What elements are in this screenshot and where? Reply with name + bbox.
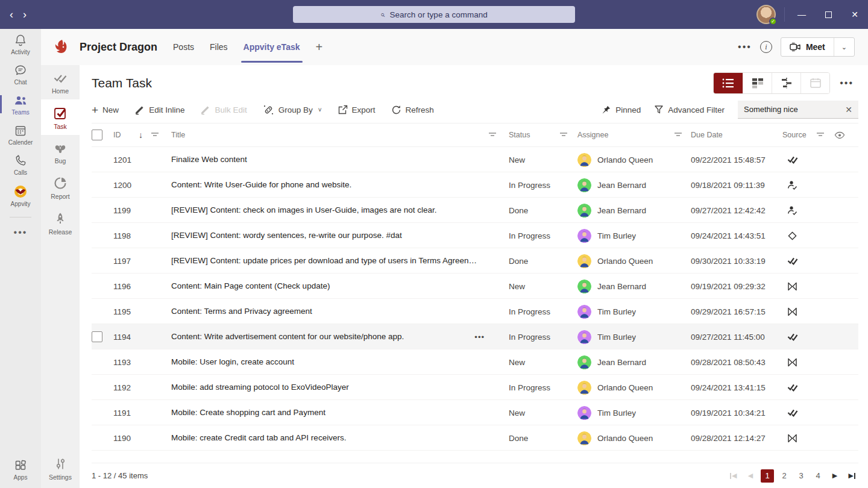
sidebar-item-bug[interactable]: Bug [41, 135, 80, 169]
select-all-checkbox[interactable] [92, 130, 102, 140]
task-title-cell[interactable]: Mobile: create Credit card tab and API r… [171, 425, 488, 451]
back-icon[interactable]: ‹ [10, 9, 13, 20]
info-icon[interactable]: i [760, 41, 772, 53]
filter-icon-duedate[interactable] [674, 132, 682, 138]
table-row[interactable]: 1195Content: Terms and Privacy agreement… [92, 299, 858, 324]
rail-item-calls[interactable]: Calls [0, 149, 41, 180]
bulk-edit-button[interactable]: Bulk Edit [200, 105, 247, 115]
task-title-cell[interactable]: Content: Write advertisement content for… [171, 324, 488, 349]
refresh-button[interactable]: Refresh [391, 105, 434, 115]
rail-item-appvity[interactable]: Appvity [0, 180, 41, 211]
tab-posts[interactable]: Posts [173, 29, 194, 65]
column-header-duedate[interactable]: Due Date [691, 131, 782, 139]
timeline-view-button[interactable] [772, 73, 800, 93]
tab-files[interactable]: Files [210, 29, 228, 65]
task-title-cell[interactable]: Content: Terms and Privacy agreement••• [171, 299, 488, 324]
table-row[interactable]: 1201Finalize Web content•••NewOrlando Qu… [92, 147, 858, 172]
edit-inline-button[interactable]: Edit Inline [134, 105, 184, 115]
filter-icon-assignee[interactable] [559, 132, 568, 138]
column-header-status[interactable]: Status [509, 131, 559, 139]
column-header-id[interactable]: ID [113, 131, 139, 139]
task-title-cell[interactable]: [REVIEW] Content: check on images in Use… [171, 198, 488, 223]
rail-more-button[interactable]: ••• [14, 224, 28, 242]
eye-columns-icon[interactable] [834, 131, 845, 139]
bowtie-icon [787, 282, 797, 291]
filter-icon-id[interactable] [151, 132, 159, 138]
task-due-date: 09/19/2021 09:29:32 [691, 282, 782, 291]
task-title-cell[interactable]: Content: Main Page content (Check update… [171, 274, 488, 299]
page-button-1[interactable]: 1 [761, 469, 774, 483]
filter-icon-source[interactable] [816, 132, 825, 138]
user-avatar[interactable]: ✓ [756, 5, 776, 24]
task-title-cell[interactable]: [REVIEW] Content: wordy sentences, re-wr… [171, 223, 488, 248]
task-due-date: 09/27/2021 12:42:42 [691, 206, 782, 215]
table-row[interactable]: 1196Content: Main Page content (Check up… [92, 274, 858, 299]
row-checkbox[interactable] [92, 331, 102, 342]
row-checkbox-cell[interactable] [92, 331, 113, 342]
board-view-button[interactable] [743, 73, 772, 93]
command-search-input[interactable]: ⌕ Search or type a command [293, 6, 575, 23]
new-button[interactable]: +New [92, 104, 119, 116]
channel-more-button[interactable]: ••• [738, 42, 752, 52]
table-row[interactable]: 1193Mobile: User login, create account••… [92, 349, 858, 375]
task-assignee: Orlando Queen [577, 153, 674, 167]
table-row[interactable]: 1197[REVIEW] Content: update prices per … [92, 248, 858, 274]
prev-page-button[interactable]: ◀ [744, 469, 757, 483]
table-row[interactable]: 1198[REVIEW] Content: wordy sentences, r… [92, 223, 858, 248]
add-tab-button[interactable]: + [316, 29, 323, 65]
task-title-cell[interactable]: Mobile: Create shopping cart and Payment… [171, 400, 488, 425]
row-more-button[interactable]: ••• [474, 333, 488, 342]
column-header-title[interactable]: Title [171, 131, 488, 139]
task-title-cell[interactable]: Mobile: add streaming potocol to ExoVide… [171, 375, 488, 400]
table-row[interactable]: 1199[REVIEW] Content: check on images in… [92, 198, 858, 223]
forward-icon[interactable]: › [23, 9, 27, 20]
advanced-filter-button[interactable]: Advanced Filter [654, 105, 725, 114]
quick-search-input[interactable]: Something nice ✕ [738, 101, 858, 119]
task-title-cell[interactable]: Content: Write User-Guide for phone and … [171, 172, 488, 198]
tab-appvity-etask[interactable]: Appvity eTask [244, 29, 300, 65]
task-title-cell[interactable]: Finalize Web content••• [171, 147, 488, 172]
task-title-cell[interactable]: Mobile: User login, create account••• [171, 349, 488, 375]
list-view-button[interactable] [714, 73, 743, 93]
rail-item-teams[interactable]: Teams [0, 89, 41, 119]
maximize-button[interactable] [815, 0, 841, 29]
calendar-view-button[interactable] [800, 73, 829, 93]
rail-item-calendar[interactable]: Calender [0, 119, 41, 149]
sort-desc-icon[interactable]: ↓ [139, 130, 143, 140]
sidebar-item-release[interactable]: Release [41, 205, 80, 240]
table-row[interactable]: 1191Mobile: Create shopping cart and Pay… [92, 400, 858, 425]
table-row[interactable]: 1200Content: Write User-Guide for phone … [92, 172, 858, 198]
table-row[interactable]: 1192Mobile: add streaming potocol to Exo… [92, 375, 858, 400]
meet-dropdown-chevron-icon[interactable]: ⌄ [834, 38, 854, 56]
task-assignee: Jean Bernard [577, 204, 674, 217]
bell-icon [13, 33, 28, 48]
rail-item-apps[interactable]: Apps [0, 454, 41, 484]
group-by-button[interactable]: Group By˅ [263, 104, 322, 116]
sidebar-item-settings[interactable]: Settings [41, 450, 80, 486]
sidebar-item-home[interactable]: Home [41, 65, 80, 99]
export-button[interactable]: Export [338, 105, 376, 115]
table-row[interactable]: 1194Content: Write advertisement content… [92, 324, 858, 349]
sidebar-item-report[interactable]: Report [41, 169, 80, 205]
rail-item-chat[interactable]: Chat [0, 59, 41, 89]
clear-search-icon[interactable]: ✕ [845, 105, 852, 114]
last-page-button[interactable]: ▶ [845, 469, 858, 483]
sidebar-item-task[interactable]: Task [41, 99, 80, 135]
column-header-assignee[interactable]: Assignee [577, 131, 674, 139]
column-header-source[interactable]: Source [782, 131, 816, 139]
next-page-button[interactable]: ▶ [828, 469, 841, 483]
task-id: 1190 [113, 434, 139, 443]
first-page-button[interactable]: ◀ [727, 469, 740, 483]
table-row[interactable]: 1190Mobile: create Credit card tab and A… [92, 425, 858, 451]
rail-item-activity[interactable]: Activity [0, 29, 41, 59]
meet-button[interactable]: Meet ⌄ [781, 37, 855, 57]
page-button-3[interactable]: 3 [794, 469, 808, 483]
close-button[interactable]: ✕ [841, 0, 868, 29]
pinned-button[interactable]: Pinned [601, 105, 641, 115]
task-title-cell[interactable]: [REVIEW] Content: update prices per down… [171, 248, 488, 274]
page-button-4[interactable]: 4 [811, 469, 825, 483]
views-more-button[interactable]: ••• [840, 78, 858, 89]
minimize-button[interactable]: — [788, 0, 815, 29]
filter-icon-status[interactable] [488, 132, 497, 138]
page-button-2[interactable]: 2 [778, 469, 791, 483]
